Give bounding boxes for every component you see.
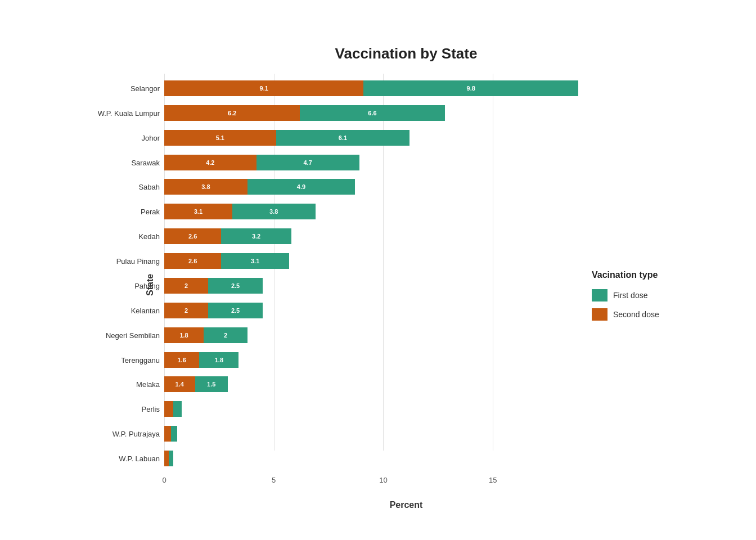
- state-name-label: Terengganu: [121, 356, 160, 364]
- state-name-label: W.P. Kuala Lumpur: [98, 109, 160, 117]
- legend-title: Vacination type: [592, 270, 704, 280]
- x-axis-label: Percent: [108, 500, 704, 510]
- first-dose-value: 4.7: [301, 159, 314, 166]
- bar-first-dose: 4.9: [248, 179, 355, 195]
- first-dose-value: 6.1: [336, 134, 349, 141]
- first-dose-value: 3.1: [249, 258, 262, 264]
- bar-first-dose: 1.8: [199, 352, 238, 368]
- x-tick-label: 15: [489, 476, 497, 484]
- bar-row: W.P. Kuala Lumpur6.26.6: [164, 103, 580, 123]
- bar-second-dose: 0.3: [164, 426, 171, 442]
- state-name-label: W.P. Labuan: [119, 454, 160, 463]
- second-dose-value: 2: [182, 307, 190, 314]
- first-dose-value: 9.8: [465, 85, 478, 92]
- bar-second-dose: 9.1: [164, 80, 363, 96]
- state-name-label: Johor: [141, 133, 160, 142]
- bar-second-dose: 1.8: [164, 327, 204, 343]
- bar-first-dose: 0.4: [173, 401, 182, 417]
- second-dose-value: 2.6: [186, 233, 199, 240]
- bar-second-dose: 3.8: [164, 179, 248, 195]
- second-dose-value: 4.2: [204, 159, 217, 166]
- bar-first-dose: 9.8: [363, 80, 578, 96]
- bar-row: Terengganu1.61.8: [164, 350, 580, 370]
- legend-label: Second dose: [613, 310, 659, 319]
- bar-second-dose: 0.4: [164, 401, 173, 417]
- bar-first-dose: 6.6: [300, 105, 444, 121]
- bar-row: Perak3.13.8: [164, 201, 580, 222]
- legend-label: First dose: [613, 291, 647, 300]
- bar-row: Johor5.16.1: [164, 128, 580, 148]
- bar-row: Kelantan22.5: [164, 300, 580, 321]
- x-tick-label: 5: [272, 476, 276, 484]
- bar-second-dose: 3.1: [164, 204, 232, 219]
- state-name-label: Kedah: [138, 232, 160, 241]
- legend-container: Vacination type First dose Second dose: [592, 74, 704, 496]
- state-name-label: Perak: [141, 208, 160, 216]
- bar-second-dose: 0.2: [164, 451, 169, 466]
- bar-first-dose: 0.3: [171, 426, 178, 442]
- second-dose-value: 2: [182, 282, 190, 289]
- bar-second-dose: 2.6: [164, 228, 221, 244]
- second-dose-value: 1.4: [173, 381, 186, 388]
- legend-item: First dose: [592, 289, 704, 302]
- state-name-label: Perlis: [141, 405, 160, 413]
- bar-first-dose: 0.2: [169, 451, 173, 466]
- second-dose-value: 3.8: [199, 183, 212, 190]
- bar-row: Sarawak4.24.7: [164, 152, 580, 173]
- state-name-label: Kelantan: [131, 306, 160, 314]
- bar-row: W.P. Putrajaya0.30.3: [164, 424, 580, 444]
- bar-row: Pulau Pinang2.63.1: [164, 251, 580, 271]
- second-dose-value: 1.6: [176, 357, 188, 363]
- bar-first-dose: 3.2: [221, 228, 291, 244]
- bar-row: Melaka1.41.5: [164, 374, 580, 394]
- bar-first-dose: 3.1: [221, 253, 289, 269]
- legend-item: Second dose: [592, 308, 704, 321]
- second-dose-value: 5.1: [214, 134, 227, 141]
- x-axis: 051015: [164, 473, 580, 496]
- bar-second-dose: 5.1: [164, 130, 276, 146]
- bar-row: W.P. Labuan0.20.2: [164, 448, 580, 469]
- bars-container: Selangor9.19.8W.P. Kuala Lumpur6.26.6Joh…: [164, 74, 580, 473]
- state-name-label: W.P. Putrajaya: [112, 430, 160, 438]
- chart-title: Vaccination by State: [108, 45, 704, 62]
- state-name-label: Sarawak: [131, 158, 160, 166]
- first-dose-value: 1.5: [205, 381, 218, 388]
- bar-first-dose: 1.5: [195, 376, 228, 392]
- legend-swatch: [592, 308, 608, 321]
- bar-first-dose: 2.5: [208, 303, 263, 318]
- state-name-label: Selangor: [130, 84, 160, 92]
- x-tick-label: 0: [162, 476, 166, 484]
- second-dose-value: 6.2: [226, 110, 238, 116]
- bar-row: Sabah3.84.9: [164, 177, 580, 197]
- bar-row: Negeri Sembilan1.82: [164, 325, 580, 345]
- second-dose-value: 2.6: [186, 258, 199, 264]
- second-dose-value: 1.8: [177, 332, 190, 339]
- first-dose-value: 2: [222, 332, 230, 339]
- second-dose-value: 9.1: [258, 85, 271, 92]
- bar-second-dose: 4.2: [164, 155, 256, 170]
- bar-first-dose: 2: [204, 327, 248, 343]
- x-tick-label: 10: [379, 476, 387, 484]
- first-dose-value: 3.2: [250, 233, 263, 240]
- bar-second-dose: 6.2: [164, 105, 300, 121]
- bar-first-dose: 3.8: [232, 204, 316, 219]
- legend-swatch: [592, 289, 608, 302]
- bar-second-dose: 2.6: [164, 253, 221, 269]
- plot-area: Selangor9.19.8W.P. Kuala Lumpur6.26.6Joh…: [164, 74, 580, 496]
- first-dose-value: 2.5: [229, 282, 242, 289]
- first-dose-value: 6.6: [366, 110, 379, 116]
- state-name-label: Sabah: [138, 183, 160, 191]
- bar-second-dose: 2: [164, 303, 208, 318]
- first-dose-value: 3.8: [267, 208, 280, 215]
- bar-row: Pahang22.5: [164, 276, 580, 296]
- state-name-label: Pulau Pinang: [116, 257, 160, 266]
- bar-second-dose: 1.6: [164, 352, 199, 368]
- bar-first-dose: 2.5: [208, 278, 263, 294]
- first-dose-value: 4.9: [295, 183, 308, 190]
- bar-first-dose: 4.7: [256, 155, 359, 170]
- bar-row: Kedah2.63.2: [164, 226, 580, 246]
- first-dose-value: 1.8: [213, 357, 226, 363]
- bar-row: Perlis0.40.4: [164, 399, 580, 419]
- first-dose-value: 2.5: [229, 307, 242, 314]
- chart-container: Vaccination by State State Selangor9.19.…: [40, 22, 716, 518]
